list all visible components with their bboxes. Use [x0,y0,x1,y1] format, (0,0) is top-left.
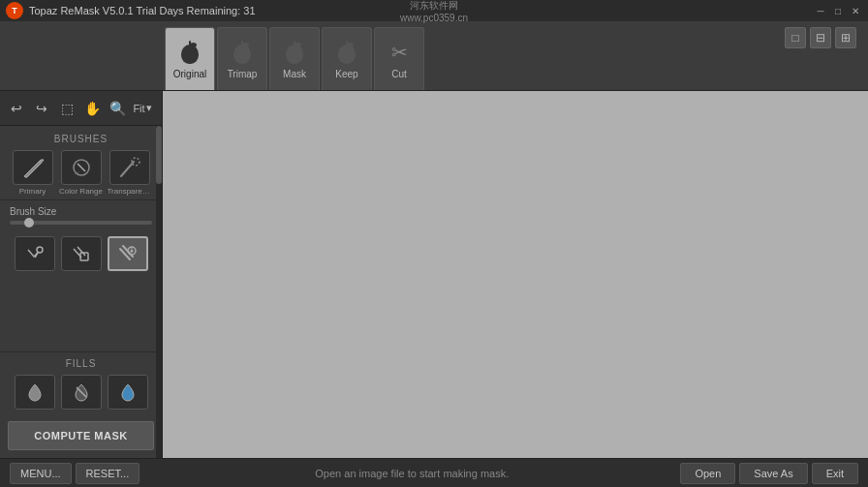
dual-view-button[interactable]: ⊟ [810,27,831,48]
panel-spacer [0,277,162,351]
fills-section: FILLS [0,351,162,413]
panel-scrollbar[interactable] [156,126,162,458]
cut-icon: ✂ [386,39,413,66]
fill-blue-button[interactable] [108,375,148,410]
redo-button[interactable]: ↪ [31,98,52,119]
original-icon [176,39,203,66]
brush-primary-label: Primary [11,187,55,196]
erase-all-icon [24,243,46,264]
scrollbar-thumb[interactable] [156,126,162,184]
brush-primary-icon [13,150,53,185]
svg-point-3 [37,247,43,253]
erase-active-button[interactable] [108,236,148,271]
brush-transparent-icon [109,150,150,185]
fill-blue-icon [118,382,138,402]
erase-active-icon [117,243,139,264]
fill-white-icon [25,382,45,402]
toolbar: Original Trimap Mask Keep✂Cut [0,21,868,91]
single-view-button[interactable]: □ [785,27,806,48]
select-tool-button[interactable]: ⬚ [56,98,78,119]
statusbar-right: Open Save As Exit [680,463,858,484]
open-button[interactable]: Open [680,463,735,484]
erase-selected-button[interactable] [61,236,102,271]
brush-transparent[interactable]: Transparen... [108,150,152,196]
tab-keep-label: Keep [335,69,357,79]
tab-trimap[interactable]: Trimap [217,27,267,90]
fills-grid [6,375,156,410]
zoom-tool-button[interactable]: 🔍 [107,98,128,119]
view-controls: □ ⊟ ⊞ [785,27,856,48]
panel-tools: ↩ ↪ ⬚ ✋ 🔍 Fit ▾ [0,91,162,126]
brushes-section: BRUSHES PrimaryColor RangeTransparen... [0,126,162,200]
status-message: Open an image file to start making mask. [143,468,680,479]
menu-button[interactable]: MENU... [10,463,72,484]
titlebar-text: Topaz ReMask V5.0.1 Trial Days Remaining… [29,5,256,16]
maximize-button[interactable]: □ [831,4,845,17]
statusbar-left: MENU... RESET... [10,463,143,484]
fills-label: FILLS [6,358,156,369]
save-as-button[interactable]: Save As [739,463,807,484]
keep-icon [333,39,360,66]
minimize-button[interactable]: ─ [814,4,827,17]
hand-tool-button[interactable]: ✋ [81,98,103,119]
titlebar: T Topaz ReMask V5.0.1 Trial Days Remaini… [0,0,868,21]
compute-mask-button[interactable]: COMPUTE MASK [8,421,154,450]
undo-button[interactable]: ↩ [6,98,27,119]
quad-view-button[interactable]: ⊞ [835,27,856,48]
fill-black-button[interactable] [61,375,102,410]
fill-white-button[interactable] [15,375,55,410]
brush-transparent-label: Transparen... [108,187,152,196]
fit-dropdown-button[interactable]: Fit ▾ [132,98,153,119]
app-logo: T [6,2,23,19]
reset-button[interactable]: RESET... [76,463,140,484]
brush-size-slider[interactable] [10,221,152,225]
watermark: 河东软件网 www.pc0359.cn [400,0,468,23]
left-panel: ↩ ↪ ⬚ ✋ 🔍 Fit ▾ BRUSHES PrimaryColor Ran… [0,91,163,458]
tab-cut[interactable]: ✂Cut [374,27,424,90]
tab-trimap-label: Trimap [228,69,258,79]
brush-size-label: Brush Size [10,206,152,217]
titlebar-left: T Topaz ReMask V5.0.1 Trial Days Remaini… [6,2,256,19]
tab-mask-label: Mask [283,69,306,79]
mask-icon [281,39,308,66]
svg-line-1 [78,164,85,171]
brushes-label: BRUSHES [6,134,156,144]
erase-section [0,230,162,277]
brush-color-range[interactable]: Color Range [59,150,104,196]
tab-cut-label: Cut [391,69,407,79]
statusbar: MENU... RESET... Open an image file to s… [0,458,868,487]
erase-all-button[interactable] [15,236,55,271]
tab-original[interactable]: Original [165,27,215,90]
tab-keep[interactable]: Keep [322,27,372,90]
brushes-grid: PrimaryColor RangeTransparen... [6,150,156,196]
main-area: ↩ ↪ ⬚ ✋ 🔍 Fit ▾ BRUSHES PrimaryColor Ran… [0,91,868,458]
window-controls[interactable]: ─ □ ✕ [814,4,862,17]
svg-point-8 [130,250,133,253]
brush-size-section: Brush Size [0,200,162,230]
tab-mask[interactable]: Mask [269,27,320,90]
brush-primary[interactable]: Primary [11,150,55,196]
brush-size-thumb[interactable] [24,218,34,228]
tab-original-label: Original [173,69,206,79]
trimap-icon [229,39,256,66]
brush-color-range-label: Color Range [59,187,104,196]
canvas-area[interactable] [163,91,868,458]
fill-black-icon [72,382,91,402]
erase-selected-icon [71,243,92,264]
brush-color-range-icon [61,150,102,185]
exit-button[interactable]: Exit [812,463,858,484]
close-button[interactable]: ✕ [849,4,862,17]
